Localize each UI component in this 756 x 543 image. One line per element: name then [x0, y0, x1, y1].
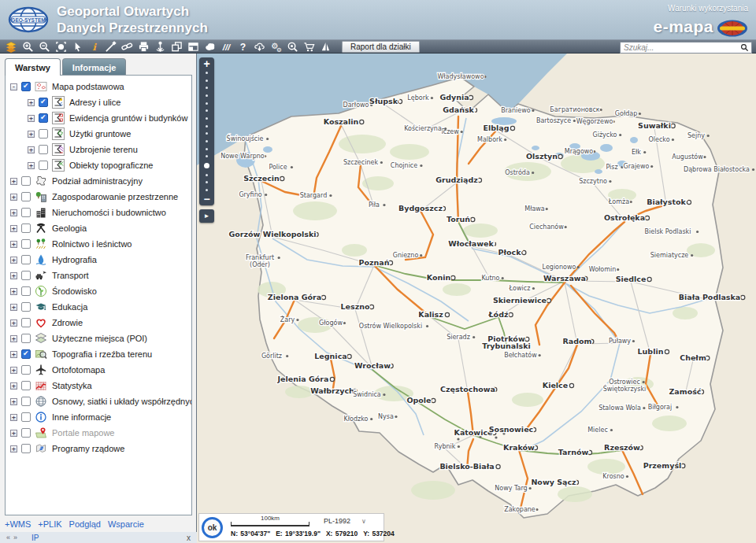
zoom-level-dot[interactable] — [206, 132, 208, 135]
layer-checkbox[interactable] — [39, 113, 48, 123]
layer-checkbox[interactable] — [39, 129, 48, 139]
layer-checkbox[interactable] — [21, 286, 31, 296]
layer-checkbox[interactable] — [21, 334, 31, 343]
zoom-level-dot[interactable] — [206, 94, 208, 97]
close-sidebar-button[interactable]: x — [187, 534, 191, 542]
layer-checkbox[interactable] — [21, 397, 31, 406]
expand-node-button[interactable]: + — [10, 288, 17, 295]
expand-node-button[interactable]: + — [10, 398, 17, 405]
layer-label[interactable]: Osnowy, siatki i układy współrzędnych — [52, 397, 192, 406]
layer-label[interactable]: Zagospodarowanie przestrzenne — [52, 192, 178, 201]
layer-checkbox[interactable] — [21, 223, 31, 233]
layer-label[interactable]: Inne informacje — [52, 412, 111, 422]
map-canvas[interactable]: ŚwinoujścieNowe WarpnoPoliceSzczecinStar… — [197, 54, 756, 543]
layer-label[interactable]: Obiekty topograficzne — [69, 161, 153, 170]
layer-label[interactable]: Transport — [52, 271, 89, 280]
layer-label[interactable]: Topografia i rzeźba terenu — [52, 349, 152, 359]
expand-node-button[interactable]: + — [10, 257, 17, 264]
zoom-level-slider[interactable] — [204, 70, 209, 193]
expand-node-button[interactable]: + — [28, 162, 35, 169]
zoom-level-dot[interactable] — [206, 102, 208, 105]
layer-label[interactable]: Portale mapowe — [52, 428, 115, 438]
zoom-level-dot[interactable] — [206, 174, 208, 176]
copy-windows-icon[interactable] — [169, 40, 185, 54]
tab-informacje[interactable]: Informacje — [62, 58, 127, 76]
layer-checkbox[interactable] — [21, 208, 31, 217]
zoom-level-dot[interactable] — [206, 181, 208, 183]
layer-checkbox[interactable] — [21, 239, 31, 249]
select-area-icon[interactable] — [53, 40, 69, 54]
layer-checkbox[interactable] — [21, 412, 31, 422]
expand-node-button[interactable]: + — [10, 209, 17, 216]
expand-node-button[interactable]: + — [10, 320, 17, 327]
layer-checkbox[interactable] — [21, 318, 31, 327]
layer-label[interactable]: Użytki gruntowe — [69, 129, 131, 139]
zoom-out-button[interactable]: − — [203, 193, 209, 205]
layer-label[interactable]: Hydrografia — [52, 255, 97, 264]
expand-node-button[interactable]: + — [10, 367, 17, 374]
zoom-level-dot[interactable] — [206, 140, 208, 142]
layer-label[interactable]: Zdrowie — [52, 318, 83, 327]
layer-label[interactable]: Programy rządowe — [52, 444, 124, 453]
expand-node-button[interactable]: + — [10, 241, 17, 248]
layer-checkbox[interactable] — [21, 349, 31, 359]
cloud-download-icon[interactable] — [251, 40, 268, 54]
layer-label[interactable]: Ortofotomapa — [52, 365, 105, 375]
expand-node-button[interactable]: + — [10, 225, 17, 232]
info-icon[interactable]: i — [86, 40, 102, 54]
zoom-level-dot[interactable] — [206, 87, 208, 89]
link-icon[interactable] — [119, 40, 135, 54]
expand-node-button[interactable]: + — [28, 131, 35, 138]
polygon-icon[interactable] — [202, 40, 218, 54]
layer-checkbox[interactable] — [21, 255, 31, 264]
sail-icon[interactable] — [317, 40, 334, 54]
zoom-level-current[interactable] — [204, 163, 209, 168]
zoom-level-dot[interactable] — [206, 148, 208, 150]
expand-node-button[interactable]: + — [10, 414, 17, 421]
layer-checkbox[interactable] — [21, 428, 31, 438]
expand-node-button[interactable]: + — [28, 146, 35, 153]
expand-node-button[interactable]: + — [28, 99, 35, 106]
footer-link-wsparcie[interactable]: Wsparcie — [108, 519, 144, 529]
pager-prev-button[interactable]: « — [6, 534, 10, 541]
layer-label[interactable]: Użyteczne miejsca (POI) — [52, 334, 147, 343]
footer-link-podgld[interactable]: Podgląd — [69, 519, 101, 529]
layer-checkbox[interactable] — [21, 381, 31, 390]
layer-checkbox[interactable] — [39, 98, 48, 107]
expand-node-button[interactable]: + — [10, 430, 17, 437]
zoom-level-dot[interactable] — [206, 109, 208, 112]
cart-icon[interactable] — [301, 40, 317, 54]
layer-label[interactable]: Uzbrojenie terenu — [69, 145, 138, 154]
layer-label[interactable]: Statystyka — [52, 381, 92, 390]
layer-checkbox[interactable] — [21, 82, 31, 91]
layer-label[interactable]: Mapa podstawowa — [52, 82, 124, 91]
preview-icon[interactable] — [284, 40, 301, 54]
zoom-out-icon[interactable] — [36, 40, 53, 54]
zoom-level-dot[interactable] — [206, 189, 208, 191]
layer-checkbox[interactable] — [39, 145, 48, 154]
layer-checkbox[interactable] — [21, 271, 31, 280]
footer-link-wms[interactable]: +WMS — [5, 519, 31, 529]
search-input[interactable] — [621, 42, 740, 53]
layout-panels-icon[interactable] — [185, 40, 202, 54]
expand-node-button[interactable]: + — [10, 272, 17, 279]
report-button[interactable]: Raport dla działki — [342, 41, 420, 53]
expand-node-button[interactable]: + — [10, 445, 17, 452]
projection-select[interactable]: PL-1992∨ — [324, 517, 366, 525]
zoom-level-dot[interactable] — [206, 117, 208, 120]
layer-checkbox[interactable] — [21, 192, 31, 201]
layer-label[interactable]: Adresy i ulice — [69, 98, 120, 107]
measure-lines-icon[interactable]: /// — [218, 40, 235, 54]
zoom-in-button[interactable]: + — [203, 57, 209, 70]
layer-checkbox[interactable] — [21, 176, 31, 186]
drop-info-icon[interactable] — [152, 40, 169, 54]
expand-node-button[interactable]: + — [10, 335, 17, 342]
layers-icon[interactable] — [3, 40, 20, 54]
layer-checkbox[interactable] — [21, 444, 31, 453]
footer-link-plik[interactable]: +PLIK — [38, 519, 61, 529]
zoom-level-dot[interactable] — [206, 79, 208, 82]
zoom-level-dot[interactable] — [206, 72, 208, 74]
layer-label[interactable]: Geologia — [52, 223, 87, 233]
layer-label[interactable]: Nieruchomości i budownictwo — [52, 208, 166, 217]
layer-label[interactable]: Podział administracyjny — [52, 176, 143, 186]
